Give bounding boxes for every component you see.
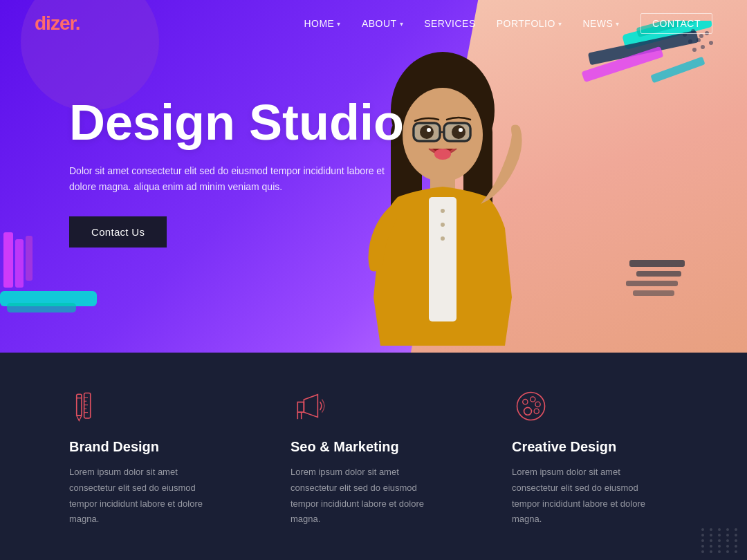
svg-marker-43 (76, 416, 81, 420)
svg-point-35 (427, 128, 431, 132)
nav-home[interactable]: HOME ▾ (304, 18, 341, 29)
brand-design-icon (69, 387, 107, 425)
svg-point-39 (441, 209, 445, 213)
nav-news[interactable]: NEWS ▾ (582, 18, 620, 29)
svg-point-40 (441, 223, 445, 227)
dots-decoration (701, 528, 740, 553)
main-nav: HOME ▾ ABOUT ▾ SERVICES PORTFOLIO ▾ NEWS… (304, 13, 712, 34)
chevron-icon: ▾ (616, 20, 620, 28)
service-title-creative-design: Creative Design (512, 439, 657, 455)
svg-rect-17 (633, 290, 674, 296)
svg-point-53 (517, 392, 544, 420)
service-card-brand-design: Brand Design Lorem ipsum dolor sit amet … (69, 387, 235, 528)
seo-marketing-icon (290, 387, 329, 425)
service-title-brand-design: Brand Design (69, 439, 214, 455)
nav-about[interactable]: ABOUT ▾ (362, 18, 403, 29)
svg-point-55 (530, 396, 535, 401)
svg-point-54 (522, 399, 527, 404)
svg-point-37 (434, 149, 451, 160)
logo-dot: . (75, 12, 80, 34)
svg-point-13 (692, 48, 697, 52)
svg-point-58 (524, 407, 531, 415)
svg-point-57 (534, 409, 539, 413)
service-desc-seo-marketing: Lorem ipsum dolor sit amet consectetur e… (290, 465, 436, 528)
nav-contact[interactable]: CONTACT (640, 13, 712, 34)
chevron-icon: ▾ (337, 20, 341, 28)
svg-rect-20 (26, 236, 33, 281)
svg-rect-18 (3, 232, 13, 288)
svg-rect-38 (429, 197, 456, 321)
creative-design-icon (512, 387, 550, 425)
chevron-icon: ▾ (558, 20, 562, 28)
svg-rect-14 (629, 260, 685, 267)
svg-rect-19 (15, 239, 24, 288)
svg-point-36 (459, 128, 463, 132)
hero-content: Design Studio Dolor sit amet consectetur… (69, 97, 404, 248)
svg-rect-16 (626, 281, 678, 286)
chevron-icon: ▾ (400, 20, 404, 28)
hero-section: Design Studio Dolor sit amet consectetur… (0, 0, 747, 353)
service-title-seo-marketing: Seo & Marketing (290, 439, 436, 455)
logo-text: dizer (35, 12, 75, 34)
contact-us-button[interactable]: Contact Us (69, 216, 167, 248)
service-desc-brand-design: Lorem ipsum dolor sit amet consectetur e… (69, 465, 214, 528)
svg-rect-45 (84, 393, 90, 418)
nav-portfolio[interactable]: PORTFOLIO ▾ (497, 18, 562, 29)
hero-title: Design Studio (69, 97, 404, 149)
service-card-creative-design: Creative Design Lorem ipsum dolor sit am… (456, 387, 678, 528)
svg-rect-22 (7, 303, 76, 312)
svg-point-33 (420, 125, 434, 139)
svg-rect-4 (650, 57, 705, 84)
svg-point-41 (441, 236, 445, 241)
svg-point-56 (535, 402, 540, 407)
svg-rect-15 (636, 271, 681, 277)
service-desc-creative-design: Lorem ipsum dolor sit amet consectetur e… (512, 465, 657, 528)
logo[interactable]: dizer. (35, 12, 80, 35)
hero-subtitle: Dolor sit amet consectetur elit sed do e… (69, 163, 401, 196)
header: dizer. HOME ▾ ABOUT ▾ SERVICES PORTFOLIO… (0, 0, 747, 47)
nav-services[interactable]: SERVICES (424, 18, 476, 29)
svg-rect-42 (76, 394, 81, 416)
service-card-seo-marketing: Seo & Marketing Lorem ipsum dolor sit am… (235, 387, 456, 528)
services-section: Brand Design Lorem ipsum dolor sit amet … (0, 353, 747, 560)
brush-decoration-bottom-right (622, 253, 733, 311)
svg-point-34 (452, 125, 465, 139)
